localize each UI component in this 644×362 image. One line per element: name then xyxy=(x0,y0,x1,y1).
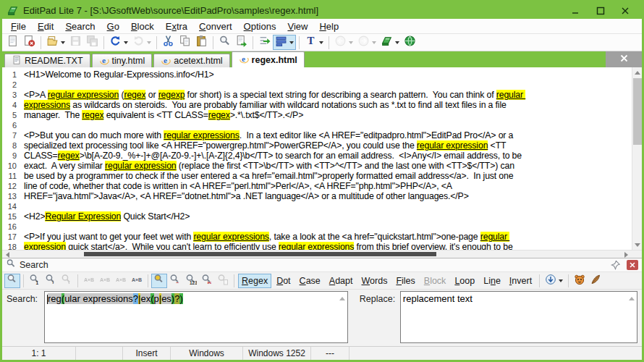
editpad-mascot-button[interactable] xyxy=(572,274,588,288)
quill-button[interactable] xyxy=(588,274,603,288)
plain-text: quick start</a>. While you can't learn t… xyxy=(66,242,279,250)
editor-line: 12line of code, whether that code is wri… xyxy=(2,181,632,191)
editor-line: 8specialized text processing tool like <… xyxy=(2,140,632,151)
word-wrap-button[interactable] xyxy=(273,35,296,50)
cut-button[interactable] xyxy=(160,35,177,50)
scroll-down-arrow[interactable] xyxy=(632,240,642,250)
menu-block[interactable]: Block xyxy=(125,20,160,33)
tab-tiny-html[interactable]: etiny.html xyxy=(92,54,153,67)
tab-close-zone[interactable] xyxy=(606,51,642,67)
find-next-button[interactable] xyxy=(4,274,20,288)
toolbar-separator xyxy=(41,36,41,49)
copy-button[interactable] xyxy=(177,35,193,50)
tab-label: acetext.html xyxy=(174,56,222,66)
editor-area[interactable]: 1<H1>Welcome to Regular-Expressions.info… xyxy=(2,67,642,250)
toggle-case[interactable]: Case xyxy=(296,274,324,288)
menu-options[interactable]: Options xyxy=(238,20,282,33)
menu-search[interactable]: Search xyxy=(59,20,101,33)
line-text xyxy=(20,120,24,130)
line-number: 14 xyxy=(2,201,20,211)
tab-readme-txt[interactable]: README.TXT xyxy=(4,54,90,67)
search-options-button[interactable] xyxy=(543,274,565,288)
toggle-files[interactable]: Files xyxy=(392,274,418,288)
editpad-menu-dropdown-caret[interactable] xyxy=(395,41,399,46)
word-wrap-dropdown-caret[interactable] xyxy=(289,41,294,46)
tab-regex-html[interactable]: eregex.html xyxy=(232,51,305,67)
browser-preview-button[interactable] xyxy=(402,35,418,50)
toggle-invert[interactable]: Invert xyxy=(506,274,535,288)
vertical-scrollbar[interactable] xyxy=(632,67,642,250)
menu-convert[interactable]: Convert xyxy=(193,20,238,33)
replace-all-button[interactable]: A»B xyxy=(129,274,145,288)
highlight-matches-button[interactable] xyxy=(151,274,167,288)
open-file-button[interactable] xyxy=(44,35,67,50)
field-scroll-chevron xyxy=(339,294,345,300)
toggle-line[interactable]: Line xyxy=(480,274,504,288)
font-dropdown-caret[interactable] xyxy=(319,41,323,46)
close-file-button[interactable] xyxy=(21,35,38,50)
replace-input[interactable]: replacement text xyxy=(400,291,637,343)
menu-help[interactable]: Help xyxy=(313,20,344,33)
regex-match-highlight: regular xyxy=(480,232,510,242)
tab-acetext-html[interactable]: eacetext.html xyxy=(153,54,229,67)
regex-match-highlight: regular expressions xyxy=(279,242,354,250)
paste-button[interactable] xyxy=(193,35,210,50)
vertical-scroll-thumb[interactable] xyxy=(633,78,642,145)
find-first-button[interactable]: 1 xyxy=(27,274,43,288)
replace-forward-button: A»B xyxy=(97,274,113,288)
toolbar-separator xyxy=(148,274,148,287)
count-matches-button[interactable]: 123 xyxy=(183,274,199,288)
redo-dropdown-caret[interactable] xyxy=(147,41,151,46)
mark-matches-button[interactable]: − xyxy=(167,274,183,288)
menu-edit[interactable]: Edit xyxy=(32,20,59,33)
find-forward-button[interactable]: › xyxy=(43,274,59,288)
undo-dropdown-caret[interactable] xyxy=(124,41,128,46)
maximize-button[interactable] xyxy=(588,3,613,18)
nav-forward-dropdown-caret[interactable] xyxy=(372,41,376,46)
regex-match-highlight: regex xyxy=(208,110,230,120)
tab-label: README.TXT xyxy=(25,56,83,66)
redo-button xyxy=(130,35,153,50)
menu-view[interactable]: View xyxy=(281,20,313,33)
editor-line: 1<H1>Welcome to Regular-Expressions.info… xyxy=(2,70,632,80)
menu-file[interactable]: File xyxy=(5,20,32,33)
new-file-button[interactable] xyxy=(4,35,21,50)
menu-extra[interactable]: Extra xyxy=(160,20,193,33)
search-input[interactable]: reg(ular expressions?|ex(p|es)?) xyxy=(44,291,348,343)
editor-text[interactable]: 1<H1>Welcome to Regular-Expressions.info… xyxy=(2,67,632,250)
font-button[interactable]: T xyxy=(302,35,326,50)
cut-matches-button[interactable]: ✂ xyxy=(199,274,215,288)
search-files-button[interactable] xyxy=(233,35,250,50)
pin-panel-button[interactable] xyxy=(611,260,624,270)
scroll-left-arrow[interactable] xyxy=(2,251,12,258)
line-text: HREF="java.html">Java</A>, <A HREF="dotn… xyxy=(20,191,469,201)
search-button[interactable] xyxy=(216,35,233,50)
toggle-dot[interactable]: Dot xyxy=(273,274,294,288)
scroll-right-arrow[interactable] xyxy=(622,251,632,258)
minimize-button[interactable] xyxy=(564,3,588,18)
scroll-up-arrow[interactable] xyxy=(632,67,642,77)
open-file-dropdown-caret[interactable] xyxy=(61,41,65,46)
find-backward-button: ‹ xyxy=(59,274,75,288)
horizontal-scroll-thumb[interactable] xyxy=(84,252,436,256)
toggle-loop[interactable]: Loop xyxy=(451,274,478,288)
line-number: 1 xyxy=(2,70,20,80)
toggle-adapt[interactable]: Adapt xyxy=(326,274,357,288)
search-panel-title: Search xyxy=(20,260,611,270)
close-button[interactable] xyxy=(613,3,637,18)
toggle-regex[interactable]: Regex xyxy=(238,274,271,288)
toggle-words[interactable]: Words xyxy=(357,274,391,288)
textfile-icon xyxy=(12,55,22,67)
close-search-panel-button[interactable] xyxy=(627,260,638,270)
nav-back-button xyxy=(332,35,355,50)
editor-line: 18expression quick start</a>. While you … xyxy=(2,242,632,250)
menu-go[interactable]: Go xyxy=(101,20,125,33)
mag-icon: − xyxy=(169,274,181,288)
undo-button[interactable] xyxy=(107,35,130,50)
nav-back-dropdown-caret[interactable] xyxy=(349,41,353,46)
horizontal-scrollbar[interactable] xyxy=(2,250,642,258)
search-options-dropdown-caret[interactable] xyxy=(559,279,563,285)
save-all-button xyxy=(84,35,101,50)
editpad-menu-button[interactable] xyxy=(378,35,402,50)
go-to-button[interactable] xyxy=(256,35,273,50)
